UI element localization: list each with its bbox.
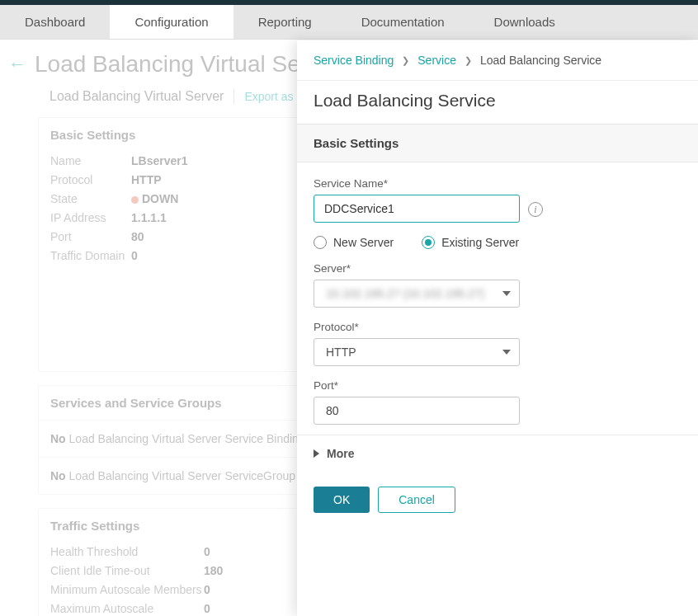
value-name: LBserver1 — [131, 152, 188, 171]
crumb-service-binding[interactable]: Service Binding — [314, 54, 394, 67]
panel-title: Load Balancing Service — [297, 81, 698, 125]
crumb-current: Load Balancing Service — [480, 54, 601, 67]
value-min-autoscale: 0 — [204, 581, 210, 600]
label-client-idle: Client Idle Time-out — [50, 562, 204, 581]
radio-existing-server-label: Existing Server — [441, 236, 519, 249]
radio-existing-server[interactable]: Existing Server — [422, 236, 519, 249]
radio-new-server[interactable]: New Server — [314, 236, 394, 249]
tab-downloads[interactable]: Downloads — [469, 5, 580, 39]
value-max-autoscale: 0 — [204, 600, 210, 616]
main-tabs: Dashboard Configuration Reporting Docume… — [0, 5, 698, 40]
side-panel: Service Binding ❯ Service ❯ Load Balanci… — [297, 40, 698, 616]
radio-checked-icon — [422, 236, 435, 249]
value-client-idle: 180 — [204, 562, 223, 581]
panel-basic-settings-header: Basic Settings — [297, 125, 698, 162]
value-traffic-domain: 0 — [131, 247, 138, 266]
tab-documentation[interactable]: Documentation — [337, 5, 469, 39]
label-traffic-domain: Traffic Domain — [50, 247, 131, 266]
port-input[interactable]: 80 — [314, 397, 520, 425]
page-subtitle: Load Balancing Virtual Server — [50, 89, 224, 104]
port-value: 80 — [326, 404, 339, 417]
label-min-autoscale: Minimum Autoscale Members — [50, 581, 204, 600]
value-state: DOWN — [131, 190, 178, 209]
tab-dashboard[interactable]: Dashboard — [0, 5, 110, 39]
label-state: State — [50, 190, 131, 209]
info-icon[interactable]: i — [528, 202, 543, 217]
protocol-select-value: HTTP — [326, 346, 356, 359]
label-port: Port — [50, 228, 131, 247]
label-max-autoscale: Maximum Autoscale Members — [50, 600, 204, 616]
radio-new-server-label: New Server — [333, 236, 394, 249]
label-health-threshold: Health Threshold — [50, 543, 204, 562]
label-ip: IP Address — [50, 209, 131, 228]
ok-button[interactable]: OK — [314, 487, 370, 513]
service-name-input[interactable] — [314, 195, 520, 223]
chevron-down-icon — [502, 350, 511, 355]
crumb-service[interactable]: Service — [417, 54, 456, 67]
chevron-down-icon — [502, 291, 511, 296]
more-expander[interactable]: More — [297, 435, 698, 472]
chevron-right-icon: ❯ — [465, 55, 472, 66]
radio-unchecked-icon — [314, 236, 327, 249]
server-select-value: 10.102.195.27 (10.102.195.27) — [326, 287, 484, 300]
service-name-label: Service Name* — [314, 177, 681, 190]
back-arrow-icon[interactable]: ← — [8, 54, 26, 75]
value-protocol: HTTP — [131, 171, 162, 190]
protocol-label: Protocol* — [314, 321, 681, 333]
server-select[interactable]: 10.102.195.27 (10.102.195.27) — [314, 280, 520, 308]
protocol-select[interactable]: HTTP — [314, 338, 520, 366]
chevron-right-icon: ❯ — [402, 55, 409, 66]
cancel-button[interactable]: Cancel — [378, 487, 455, 513]
tab-configuration[interactable]: Configuration — [110, 5, 233, 39]
label-protocol: Protocol — [50, 171, 131, 190]
more-label: More — [327, 447, 354, 460]
tab-reporting[interactable]: Reporting — [233, 5, 337, 39]
port-label: Port* — [314, 379, 681, 392]
breadcrumb: Service Binding ❯ Service ❯ Load Balanci… — [297, 40, 698, 81]
value-port: 80 — [131, 228, 144, 247]
value-health-threshold: 0 — [204, 543, 210, 562]
divider — [233, 89, 234, 104]
label-name: Name — [50, 152, 131, 171]
status-down-icon — [131, 196, 139, 204]
value-ip: 1.1.1.1 — [131, 209, 167, 228]
triangle-right-icon — [314, 449, 319, 458]
server-label: Server* — [314, 262, 681, 275]
page-title: Load Balancing Virtual Server — [35, 51, 340, 78]
